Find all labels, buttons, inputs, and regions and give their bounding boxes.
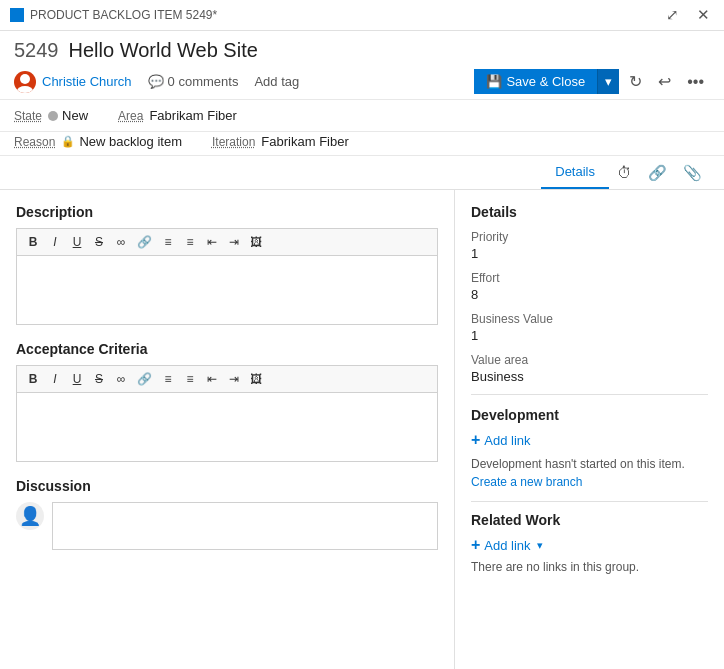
reason-text: New backlog item [79,134,182,149]
item-header: 5249 Hello World Web Site Christie Churc… [0,31,724,100]
save-close-dropdown-button[interactable]: ▾ [597,69,619,94]
description-toolbar: B I U S ∞ 🔗 ≡ ≡ ⇤ ⇥ 🖼 [16,228,438,255]
value-area-value: Business [471,369,708,384]
related-work-section: Related Work + Add link ▾ There are no l… [471,512,708,574]
italic-button[interactable]: I [45,233,65,251]
close-button[interactable]: ✕ [693,4,714,26]
discussion-input[interactable] [52,502,438,550]
area-value: Fabrikam Fiber [149,108,236,123]
ac-strikethrough-button[interactable]: S [89,370,109,388]
add-tag-button[interactable]: Add tag [254,74,299,89]
ac-image-button[interactable]: 🖼 [246,370,266,388]
divider-2 [471,501,708,502]
effort-label: Effort [471,271,708,285]
fields-row: State New Area Fabrikam Fiber [0,100,724,132]
right-panel: Details Priority 1 Effort 8 Business Val… [455,190,724,669]
item-id: 5249 [14,39,59,62]
strikethrough-button[interactable]: S [89,233,109,251]
refresh-button[interactable]: ↻ [623,68,648,95]
undo-button[interactable]: ↩ [652,68,677,95]
development-add-link-label: Add link [484,433,530,448]
development-note-text: Development hasn't started on this item. [471,457,685,471]
business-value-label: Business Value [471,312,708,326]
tab-details[interactable]: Details [541,156,609,189]
ol-button[interactable]: ≡ [180,233,200,251]
state-text: New [62,108,88,123]
ac-ol-button[interactable]: ≡ [180,370,200,388]
bold-button[interactable]: B [23,233,43,251]
related-work-add-link-button[interactable]: + Add link ▾ [471,536,543,554]
indent-right-button[interactable]: ⇥ [224,233,244,251]
tab-attachments[interactable]: 📎 [675,158,710,188]
person-icon: 👤 [19,505,41,527]
backlog-icon [10,8,24,22]
main-content: Description B I U S ∞ 🔗 ≡ ≡ ⇤ ⇥ 🖼 Accept… [0,190,724,669]
user-badge[interactable]: Christie Church [14,71,132,93]
discussion-avatar: 👤 [16,502,44,530]
discussion-input-row: 👤 [16,502,438,550]
description-title: Description [16,204,438,220]
priority-label: Priority [471,230,708,244]
ac-bold-button[interactable]: B [23,370,43,388]
discussion-section: Discussion 👤 [16,478,438,550]
left-panel: Description B I U S ∞ 🔗 ≡ ≡ ⇤ ⇥ 🖼 Accept… [0,190,455,669]
ac-underline-button[interactable]: U [67,370,87,388]
iteration-field-group: Iteration Fabrikam Fiber [212,134,349,149]
description-section: Description B I U S ∞ 🔗 ≡ ≡ ⇤ ⇥ 🖼 [16,204,438,325]
no-links-text: There are no links in this group. [471,560,708,574]
image-button[interactable]: 🖼 [246,233,266,251]
dropdown-icon: ▾ [537,539,543,552]
area-label: Area [118,109,143,123]
code-button[interactable]: ∞ [111,233,131,251]
ac-link-button[interactable]: 🔗 [133,370,156,388]
tab-history[interactable]: ⏱ [609,158,640,187]
plus-icon-rw: + [471,536,480,554]
development-section: Development + Add link Development hasn'… [471,407,708,491]
ac-code-button[interactable]: ∞ [111,370,131,388]
state-dot [48,111,58,121]
link-button[interactable]: 🔗 [133,233,156,251]
details-panel-title: Details [471,204,708,220]
priority-value: 1 [471,246,708,261]
description-editor[interactable] [16,255,438,325]
acceptance-criteria-editor[interactable] [16,392,438,462]
tabs-row: Details ⏱ 🔗 📎 [0,156,724,190]
iteration-value: Fabrikam Fiber [261,134,348,149]
plus-icon-dev: + [471,431,480,449]
underline-button[interactable]: U [67,233,87,251]
ul-button[interactable]: ≡ [158,233,178,251]
save-close-label: Save & Close [506,74,585,89]
save-close-button[interactable]: 💾 Save & Close [474,69,597,94]
state-field-group: State New [14,108,88,123]
save-icon: 💾 [486,74,502,89]
svg-point-0 [20,74,30,84]
item-title: Hello World Web Site [69,39,258,62]
indent-left-button[interactable]: ⇤ [202,233,222,251]
divider-1 [471,394,708,395]
development-note: Development hasn't started on this item.… [471,455,708,491]
ac-indent-left-button[interactable]: ⇤ [202,370,222,388]
create-branch-link[interactable]: Create a new branch [471,475,582,489]
comments-link[interactable]: 💬 0 comments [148,74,239,89]
title-bar-label: PRODUCT BACKLOG ITEM 5249* [30,8,217,22]
area-field-group: Area Fabrikam Fiber [118,108,237,123]
lock-icon: 🔒 [61,135,75,148]
user-name: Christie Church [42,74,132,89]
tab-links[interactable]: 🔗 [640,158,675,188]
related-work-add-link-label: Add link [484,538,530,553]
ac-italic-button[interactable]: I [45,370,65,388]
fields-row-2: Reason 🔒 New backlog item Iteration Fabr… [0,132,724,156]
ac-ul-button[interactable]: ≡ [158,370,178,388]
ac-indent-right-button[interactable]: ⇥ [224,370,244,388]
iteration-label: Iteration [212,135,255,149]
action-buttons: 💾 Save & Close ▾ ↻ ↩ ••• [474,68,710,95]
more-options-button[interactable]: ••• [681,69,710,95]
expand-button[interactable]: ⤢ [662,4,683,26]
acceptance-criteria-section: Acceptance Criteria B I U S ∞ 🔗 ≡ ≡ ⇤ ⇥ … [16,341,438,462]
item-meta: Christie Church 💬 0 comments Add tag 💾 S… [14,68,710,95]
comments-count: 0 comments [168,74,239,89]
svg-point-1 [17,86,33,93]
reason-field-group: Reason 🔒 New backlog item [14,134,182,149]
development-add-link-button[interactable]: + Add link [471,431,531,449]
comment-icon: 💬 [148,74,164,89]
